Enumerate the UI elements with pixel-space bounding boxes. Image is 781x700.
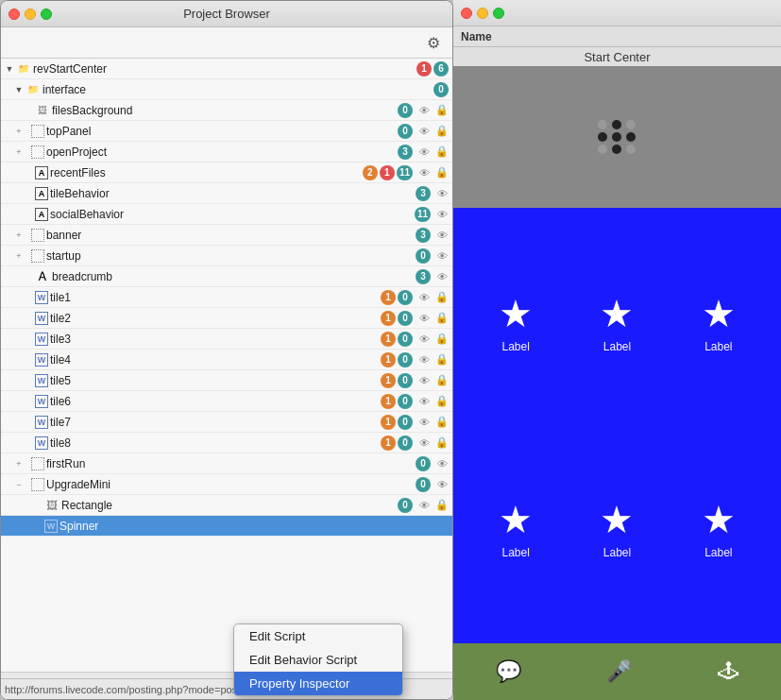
collapse-icon[interactable]: +: [14, 459, 24, 469]
image-icon: 🖼: [35, 103, 50, 118]
eye-icon[interactable]: 👁: [417, 313, 431, 324]
tree-item-Spinner[interactable]: ▶ W Spinner: [1, 516, 452, 537]
tree-item-topPanel[interactable]: + topPanel 0 👁 🔒: [1, 121, 452, 142]
tree-item-breadcrumb[interactable]: ▶ Ꭺ breadcrumb 3 👁: [1, 266, 452, 287]
badge-teal: 0: [416, 456, 431, 471]
star-label: Label: [501, 546, 529, 559]
maximize-button[interactable]: [41, 9, 52, 20]
eye-icon[interactable]: 👁: [435, 188, 449, 199]
tree-item-tile2[interactable]: ▶ W tile2 1 0 👁 🔒: [1, 308, 452, 329]
badge-orange: 2: [363, 165, 378, 180]
lock-icon[interactable]: 🔒: [435, 104, 449, 116]
eye-icon[interactable]: 👁: [435, 479, 449, 490]
close-button[interactable]: [8, 9, 20, 20]
game-icon[interactable]: 🕹: [718, 659, 739, 684]
tree-container[interactable]: ▼ 📁 revStartCenter 1 6 ▼ 📁 interface 0 ▶…: [1, 59, 452, 672]
lock-icon[interactable]: 🔒: [435, 436, 449, 449]
lock-icon[interactable]: 🔒: [435, 333, 449, 345]
star-icon: ★: [702, 498, 736, 541]
badge-teal: 0: [416, 248, 431, 264]
dot: [626, 120, 636, 129]
eye-icon[interactable]: 👁: [417, 333, 431, 345]
tree-item-Rectangle[interactable]: ▶ 🖼 Rectangle 0 👁 🔒: [1, 495, 452, 516]
collapse-icon[interactable]: +: [14, 230, 24, 240]
collapse-icon[interactable]: +: [14, 147, 24, 157]
item-label: revStartCenter: [33, 62, 416, 76]
eye-icon[interactable]: 👁: [417, 417, 431, 428]
widget-icon: [31, 125, 44, 138]
lock-icon[interactable]: 🔒: [435, 166, 449, 179]
lock-icon[interactable]: 🔒: [435, 499, 449, 511]
right-minimize-button[interactable]: [477, 8, 488, 19]
lock-icon[interactable]: 🔒: [435, 312, 449, 324]
badges: 1 0 👁 🔒: [381, 394, 449, 409]
tree-item-socialBehavior[interactable]: ▶ A socialBehavior 11 👁: [1, 204, 452, 225]
collapse-icon[interactable]: ▼: [5, 64, 14, 74]
eye-icon[interactable]: 👁: [417, 292, 431, 303]
traffic-lights: [8, 9, 52, 20]
tree-item-filesBackground[interactable]: ▶ 🖼 filesBackground 0 👁 🔒: [1, 100, 452, 121]
eye-icon[interactable]: 👁: [435, 271, 449, 282]
tree-item-firstRun[interactable]: + firstRun 0 👁: [1, 453, 452, 474]
eye-icon[interactable]: 👁: [417, 396, 431, 407]
tree-item-tile6[interactable]: ▶ W tile6 1 0 👁 🔒: [1, 391, 452, 412]
lock-icon[interactable]: 🔒: [435, 416, 449, 428]
context-menu-property-inspector[interactable]: Property Inspector: [234, 672, 402, 695]
tree-item-startup[interactable]: + startup 0 👁: [1, 246, 452, 266]
tree-item-tile3[interactable]: ▶ W tile3 1 0 👁 🔒: [1, 329, 452, 350]
mic-icon[interactable]: 🎤: [606, 659, 632, 684]
collapse-icon[interactable]: +: [14, 127, 24, 136]
eye-icon[interactable]: 👁: [435, 230, 449, 241]
tree-item-revStartCenter[interactable]: ▼ 📁 revStartCenter 1 6: [1, 59, 452, 79]
lock-icon[interactable]: 🔒: [435, 374, 449, 386]
context-menu-edit-script[interactable]: Edit Script: [234, 624, 402, 648]
tree-item-tile1[interactable]: ▶ W tile1 1 0 👁 🔒: [1, 287, 452, 308]
collapse-icon[interactable]: +: [14, 251, 24, 261]
lock-icon[interactable]: 🔒: [435, 395, 449, 407]
badge-teal: 11: [415, 207, 431, 222]
eye-icon[interactable]: 👁: [417, 146, 431, 158]
tree-item-tile7[interactable]: ▶ W tile7 1 0 👁 🔒: [1, 412, 452, 433]
star-label: Label: [603, 340, 631, 353]
gear-button[interactable]: ⚙: [422, 31, 445, 54]
canvas-bottom-bar: 💬 🎤 🕹: [453, 643, 781, 700]
collapse-icon[interactable]: ▼: [14, 85, 24, 94]
lock-icon[interactable]: 🔒: [435, 291, 449, 303]
badge-orange: 1: [381, 394, 396, 409]
chat-icon[interactable]: 💬: [496, 659, 521, 684]
tree-item-tileBehavior[interactable]: ▶ A tileBehavior 3 👁: [1, 183, 452, 204]
eye-icon[interactable]: 👁: [435, 458, 449, 470]
item-label: tileBehavior: [50, 187, 416, 200]
minimize-button[interactable]: [25, 9, 36, 20]
collapse-icon[interactable]: −: [14, 480, 24, 489]
w-icon: W: [35, 353, 48, 367]
eye-icon[interactable]: 👁: [435, 209, 449, 220]
tree-item-recentFiles[interactable]: ▶ A recentFiles 2 1 11 👁 🔒: [1, 162, 452, 183]
tree-item-openProject[interactable]: + openProject 3 👁 🔒: [1, 142, 452, 162]
lock-icon[interactable]: 🔒: [435, 145, 449, 158]
tree-item-interface[interactable]: ▼ 📁 interface 0: [1, 79, 452, 100]
script-icon: Ꭺ: [35, 269, 50, 284]
eye-icon[interactable]: 👁: [435, 250, 449, 262]
eye-icon[interactable]: 👁: [417, 375, 431, 386]
right-maximize-button[interactable]: [493, 8, 504, 19]
tree-item-tile4[interactable]: ▶ W tile4 1 0 👁 🔒: [1, 350, 452, 370]
project-browser-window: Project Browser ⚙ ▼ 📁 revStartCenter 1 6…: [0, 0, 453, 700]
lock-icon[interactable]: 🔒: [435, 125, 449, 137]
tree-item-UpgradeMini[interactable]: − UpgradeMini 0 👁: [1, 474, 452, 495]
context-menu-edit-behavior[interactable]: Edit Behavior Script: [234, 648, 402, 672]
eye-icon[interactable]: 👁: [417, 354, 431, 366]
eye-icon[interactable]: 👁: [417, 105, 431, 116]
tree-item-tile5[interactable]: ▶ W tile5 1 0 👁 🔒: [1, 370, 452, 391]
badge-teal: 0: [398, 311, 413, 326]
eye-icon[interactable]: 👁: [417, 437, 431, 449]
toolbar: ⚙: [1, 27, 452, 59]
lock-icon[interactable]: 🔒: [435, 353, 449, 366]
a-icon: A: [35, 187, 48, 200]
tree-item-banner[interactable]: + banner 3 👁: [1, 225, 452, 246]
eye-icon[interactable]: 👁: [417, 500, 431, 511]
tree-item-tile8[interactable]: ▶ W tile8 1 0 👁 🔒: [1, 433, 452, 453]
eye-icon[interactable]: 👁: [417, 167, 431, 179]
right-close-button[interactable]: [461, 8, 472, 19]
eye-icon[interactable]: 👁: [417, 126, 431, 137]
